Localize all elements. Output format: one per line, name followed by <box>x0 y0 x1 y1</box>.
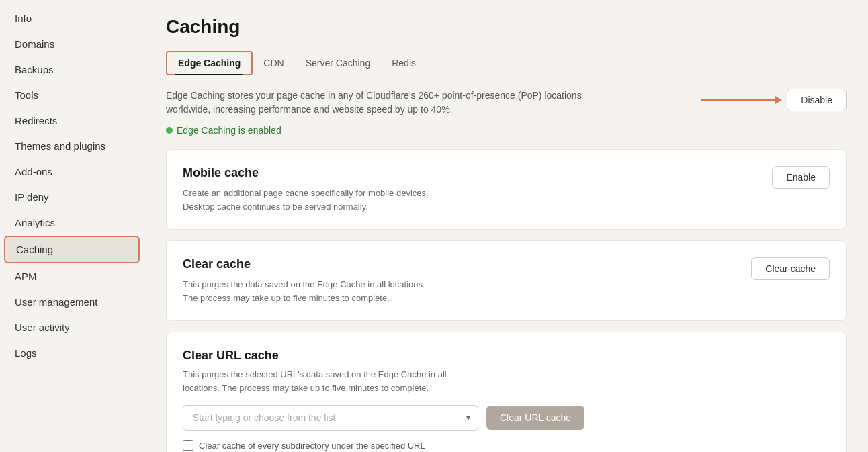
clear-cache-content: Clear cache This purges the data saved o… <box>183 257 425 304</box>
sidebar-item-label: User activity <box>15 322 70 333</box>
clear-cache-desc2: The process may take up to five minutes … <box>183 291 425 305</box>
sidebar-item-logs[interactable]: Logs <box>4 341 140 365</box>
sidebar-item-user-activity[interactable]: User activity <box>4 315 140 340</box>
main-content: Caching Edge CachingCDNServer CachingRed… <box>144 0 868 452</box>
mobile-cache-desc1: Create an additional page cache specific… <box>183 187 429 200</box>
clear-url-cache-description: This purges the selected URL's data save… <box>183 368 465 394</box>
sidebar-item-analytics[interactable]: Analytics <box>4 210 140 235</box>
sidebar-item-label: APM <box>15 271 37 282</box>
clear-cache-card: Clear cache This purges the data saved o… <box>166 240 847 321</box>
enabled-link[interactable]: Edge Caching is enabled <box>177 125 281 136</box>
clear-url-cache-button[interactable]: Clear URL cache <box>486 406 584 430</box>
subdirectory-checkbox-label[interactable]: Clear cache of every subdirectory under … <box>199 441 425 451</box>
sidebar-item-label: Redirects <box>15 115 57 126</box>
sidebar-item-label: Add-ons <box>15 166 52 177</box>
sidebar-item-backups[interactable]: Backups <box>4 57 140 82</box>
mobile-cache-card: Mobile cache Create an additional page c… <box>166 149 847 230</box>
clear-url-cache-card: Clear URL cache This purges the selected… <box>166 332 847 452</box>
sidebar-item-add-ons[interactable]: Add-ons <box>4 159 140 184</box>
url-select-wrapper: Start typing or choose from the list ▾ <box>183 405 478 431</box>
disable-button[interactable]: Disable <box>787 89 847 111</box>
arrow-area: Disable <box>701 89 847 111</box>
url-select[interactable]: Start typing or choose from the list <box>183 405 478 431</box>
sidebar-item-label: Backups <box>15 64 54 75</box>
sidebar-item-ip-deny[interactable]: IP deny <box>4 185 140 210</box>
sidebar-item-label: Caching <box>16 244 53 255</box>
subdirectory-checkbox[interactable] <box>183 440 193 451</box>
sidebar-item-label: Info <box>15 13 32 24</box>
clear-cache-button[interactable]: Clear cache <box>751 257 830 280</box>
sidebar-item-label: IP deny <box>15 191 49 203</box>
page-title: Caching <box>166 16 847 38</box>
enabled-dot-icon <box>166 127 173 134</box>
enable-mobile-cache-button[interactable]: Enable <box>772 166 830 189</box>
subdirectory-checkbox-row: Clear cache of every subdirectory under … <box>183 440 830 451</box>
sidebar-item-label: Themes and plugins <box>15 140 105 152</box>
mobile-cache-content: Mobile cache Create an additional page c… <box>183 166 429 213</box>
arrow-icon <box>701 99 781 101</box>
sidebar-item-domains[interactable]: Domains <box>4 32 140 56</box>
sidebar-item-apm[interactable]: APM <box>4 264 140 289</box>
clear-cache-desc1: This purges the data saved on the Edge C… <box>183 278 425 291</box>
mobile-cache-desc2: Desktop cache continues to be served nor… <box>183 200 429 214</box>
edge-caching-description: Edge Caching stores your page cache in a… <box>166 89 582 117</box>
sidebar-item-redirects[interactable]: Redirects <box>4 108 140 133</box>
mobile-cache-title: Mobile cache <box>183 166 429 180</box>
sidebar-item-label: Tools <box>15 89 38 101</box>
sidebar: InfoDomainsBackupsToolsRedirectsThemes a… <box>0 0 144 452</box>
sidebar-item-label: Domains <box>15 38 54 50</box>
tabs-container: Edge CachingCDNServer CachingRedis <box>166 51 847 75</box>
tab-cdn[interactable]: CDN <box>253 51 294 75</box>
clear-cache-title: Clear cache <box>183 257 425 271</box>
sidebar-item-info[interactable]: Info <box>4 6 140 31</box>
sidebar-item-label: User management <box>15 296 97 308</box>
sidebar-item-themes-plugins[interactable]: Themes and plugins <box>4 134 140 159</box>
sidebar-item-user-management[interactable]: User management <box>4 289 140 314</box>
sidebar-item-label: Analytics <box>15 217 55 228</box>
sidebar-item-tools[interactable]: Tools <box>4 83 140 107</box>
enabled-badge: Edge Caching is enabled <box>166 125 847 136</box>
tab-redis[interactable]: Redis <box>381 51 427 75</box>
tab-server-caching[interactable]: Server Caching <box>295 51 382 75</box>
edge-caching-header: Edge Caching stores your page cache in a… <box>166 89 847 117</box>
tab-edge-caching[interactable]: Edge Caching <box>166 51 253 75</box>
sidebar-item-caching[interactable]: Caching <box>4 236 140 263</box>
sidebar-item-label: Logs <box>15 347 37 359</box>
url-input-row: Start typing or choose from the list ▾ C… <box>183 405 830 431</box>
clear-url-cache-title: Clear URL cache <box>183 349 830 363</box>
